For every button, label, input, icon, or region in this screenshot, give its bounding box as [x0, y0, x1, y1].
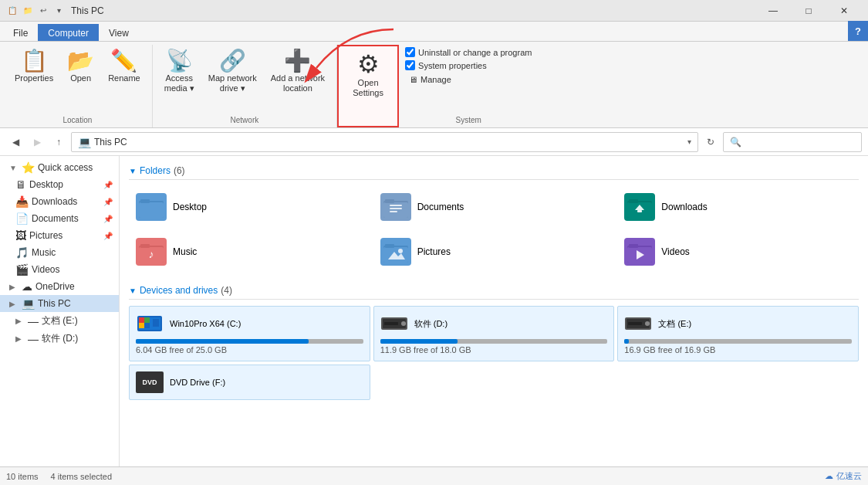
status-right: ☁ 亿速云 — [825, 470, 862, 482]
music-sidebar-label: Music — [32, 247, 56, 258]
uninstall-label: Uninstall or change a program — [418, 48, 532, 57]
quick-access-icon-3[interactable]: ↩ — [37, 5, 49, 17]
folders-section-header[interactable]: ▼ Folders (6) — [129, 165, 859, 180]
drive-item-d[interactable]: 软件 (D:) 11.9 GB free of 18.0 GB — [373, 306, 615, 361]
pictures-sidebar-icon: 🖼 — [15, 229, 26, 242]
system-group-label: System — [405, 116, 532, 126]
item-count: 10 items — [6, 472, 39, 481]
drive-f-name: DVD Drive (F:) — [170, 378, 225, 387]
sidebar-item-onedrive[interactable]: ▶ ☁ OneDrive — [0, 278, 119, 295]
quick-access-expand-icon: ▼ — [9, 164, 19, 172]
close-button[interactable]: ✕ — [826, 0, 862, 22]
quick-access-dropdown[interactable]: ▾ — [52, 5, 65, 17]
minimize-button[interactable]: — — [755, 0, 791, 22]
sidebar-item-desktop[interactable]: 🖥 Desktop 📌 — [0, 176, 119, 193]
ribbon: 📋 Properties 📂 Open ✏️ Rename Location 📡… — [0, 42, 868, 128]
rename-button[interactable]: ✏️ Rename — [103, 46, 146, 102]
up-button[interactable]: ↑ — [49, 133, 68, 151]
search-icon: 🔍 — [730, 137, 741, 148]
folders-chevron-icon: ▼ — [129, 167, 137, 175]
access-media-button[interactable]: 📡 Accessmedia ▾ — [159, 46, 200, 102]
address-dropdown-icon[interactable]: ▾ — [687, 137, 691, 146]
sidebar-item-videos[interactable]: 🎬 Videos — [0, 261, 119, 278]
this-pc-sidebar-icon: 💻 — [22, 297, 35, 310]
folders-grid: Desktop Documents Downloads ♪ — [129, 186, 859, 273]
settings-gear-icon: ⚙ — [357, 52, 380, 76]
system-properties-checkbox-input[interactable] — [405, 60, 415, 70]
search-bar[interactable]: 🔍 — [723, 132, 862, 152]
navigation-bar: ◀ ▶ ↑ 💻 This PC ▾ ↻ 🔍 — [0, 128, 868, 156]
drives-section-header[interactable]: ▼ Devices and drives (4) — [129, 285, 859, 300]
svg-point-23 — [398, 249, 403, 253]
uninstall-checkbox-input[interactable] — [405, 47, 415, 57]
pictures-sidebar-label: Pictures — [29, 230, 62, 241]
svg-rect-8 — [390, 208, 402, 209]
drive-item-c[interactable]: Win10Pro X64 (C:) 6.04 GB free of 25.0 G… — [129, 306, 370, 361]
sidebar-item-music[interactable]: 🎵 Music — [0, 244, 119, 261]
drives-section-label: Devices and drives — [140, 285, 218, 296]
folder-item-videos[interactable]: Videos — [617, 231, 859, 273]
sidebar-item-pictures[interactable]: 🖼 Pictures 📌 — [0, 227, 119, 244]
folder-item-music[interactable]: ♪ Music — [129, 231, 370, 273]
quick-access-toolbar: 📋 📁 ↩ ▾ — [6, 5, 65, 17]
help-button[interactable]: ? — [848, 21, 868, 41]
add-network-location-label: Add a networklocation — [271, 73, 325, 93]
documents-sidebar-label: Documents — [32, 213, 79, 224]
drive-d-bar-fill — [380, 339, 458, 344]
uninstall-checkbox[interactable]: Uninstall or change a program — [405, 46, 532, 58]
folder-item-documents[interactable]: Documents — [373, 186, 615, 228]
doc-e-label: 文档 (E:) — [42, 314, 78, 327]
svg-rect-34 — [153, 319, 159, 327]
open-settings-button[interactable]: ⚙ OpenSettings — [345, 48, 391, 103]
search-input[interactable] — [745, 137, 855, 147]
quick-access-icon-2[interactable]: 📁 — [22, 5, 34, 17]
open-label: Open — [70, 73, 91, 83]
quick-access-icon-1[interactable]: 📋 — [6, 5, 19, 17]
open-button[interactable]: 📂 Open — [62, 46, 100, 102]
drive-d-name: 软件 (D:) — [414, 318, 448, 330]
map-network-drive-button[interactable]: 🔗 Map networkdrive ▾ — [203, 46, 262, 102]
sidebar-item-this-pc[interactable]: ▶ 💻 This PC — [0, 295, 119, 312]
drive-item-e[interactable]: 文档 (E:) 16.9 GB free of 16.9 GB — [617, 306, 859, 361]
manage-button[interactable]: 🖥 Manage — [405, 73, 532, 86]
quick-access-star-icon: ⭐ — [22, 161, 35, 174]
drive-e-icon — [624, 313, 652, 334]
status-left: 10 items 4 items selected — [6, 472, 112, 481]
downloads-folder-icon — [624, 193, 655, 221]
address-path: This PC — [94, 137, 684, 148]
drive-item-f[interactable]: DVD DVD Drive (F:) — [129, 365, 370, 400]
selected-count: 4 items selected — [51, 472, 112, 481]
ribbon-group-network: 📡 Accessmedia ▾ 🔗 Map networkdrive ▾ ➕ A… — [153, 45, 337, 127]
map-network-drive-label: Map networkdrive ▾ — [208, 73, 257, 93]
address-bar[interactable]: 💻 This PC ▾ — [71, 132, 698, 152]
sidebar-item-doc-e[interactable]: ▶ — 文档 (E:) — [0, 312, 119, 330]
system-properties-checkbox[interactable]: System properties — [405, 59, 532, 71]
folder-item-pictures[interactable]: Pictures — [373, 231, 615, 273]
properties-button[interactable]: 📋 Properties — [9, 46, 59, 102]
folder-item-desktop[interactable]: Desktop — [129, 186, 370, 228]
downloads-sidebar-label: Downloads — [32, 196, 77, 207]
add-network-location-button[interactable]: ➕ Add a networklocation — [265, 46, 330, 102]
forward-button[interactable]: ▶ — [28, 133, 46, 151]
tab-view[interactable]: View — [99, 24, 139, 41]
sidebar-item-downloads[interactable]: 📥 Downloads 📌 — [0, 193, 119, 210]
tab-computer[interactable]: Computer — [38, 24, 99, 41]
sidebar-item-quick-access[interactable]: ▼ ⭐ Quick access — [0, 159, 119, 176]
properties-icon: 📋 — [21, 50, 48, 72]
map-network-drive-icon: 🔗 — [219, 50, 246, 72]
access-media-icon: 📡 — [166, 50, 193, 72]
svg-rect-31 — [144, 317, 150, 323]
location-buttons: 📋 Properties 📂 Open ✏️ Rename — [9, 46, 146, 116]
manage-label: Manage — [420, 75, 451, 84]
folders-section-label: Folders — [140, 165, 171, 176]
sidebar-item-documents[interactable]: 📄 Documents 📌 — [0, 210, 119, 227]
folder-item-downloads[interactable]: Downloads — [617, 186, 859, 228]
this-pc-expand-icon: ▶ — [9, 300, 19, 308]
maximize-button[interactable]: □ — [791, 0, 826, 22]
sidebar-item-soft-d[interactable]: ▶ — 软件 (D:) — [0, 330, 119, 348]
sidebar: ▼ ⭐ Quick access 🖥 Desktop 📌 📥 Downloads… — [0, 156, 120, 466]
add-network-location-icon: ➕ — [284, 50, 311, 72]
back-button[interactable]: ◀ — [6, 133, 25, 151]
refresh-button[interactable]: ↻ — [701, 133, 720, 151]
tab-file[interactable]: File — [3, 24, 38, 41]
